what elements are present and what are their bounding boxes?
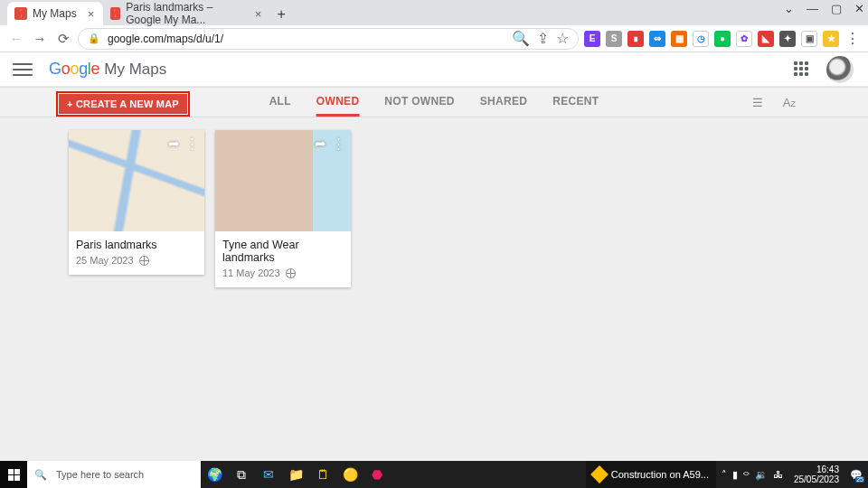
- filter-not-owned[interactable]: NOT OWNED: [384, 88, 454, 117]
- extensions-row: E S ∎ ⇔ ▦ ◷ ● ✿ ◣ ✦ ▣ ★ ⋮: [584, 30, 861, 47]
- taskbar-search[interactable]: 🔍 Type here to search: [27, 461, 201, 488]
- sticky-notes-icon[interactable]: 🗒: [309, 461, 336, 488]
- tab-title: Paris landmarks – Google My Ma...: [126, 1, 243, 26]
- clock-date: 25/05/2023: [794, 474, 839, 484]
- close-tab-icon[interactable]: ×: [82, 7, 95, 21]
- taskview-icon[interactable]: ⧉: [228, 461, 255, 488]
- news-widget-icon[interactable]: 🌍: [201, 461, 228, 488]
- extension-icon[interactable]: ★: [823, 31, 839, 47]
- browser-toolbar: ← → ⟳ 🔒 google.com/maps/d/u/1/ 🔍 ⇪ ☆ E S…: [0, 25, 868, 52]
- app-header: Google My Maps: [0, 52, 868, 87]
- battery-icon[interactable]: ▮: [732, 469, 738, 481]
- traffic-toast[interactable]: Construction on A59...: [586, 461, 716, 488]
- create-new-map-button[interactable]: + CREATE A NEW MAP: [59, 94, 187, 114]
- back-button[interactable]: ←: [7, 30, 25, 48]
- more-icon[interactable]: ⋮: [185, 136, 199, 152]
- google-logo: Google: [49, 60, 99, 79]
- forward-button[interactable]: →: [31, 30, 49, 48]
- system-tray: Construction on A59... ˄ ▮ ⌔ 🔉 🖧 16:43 2…: [586, 461, 868, 488]
- map-title: Paris landmarks: [76, 239, 197, 251]
- window-titlebar: 📍 My Maps × 📍 Paris landmarks – Google M…: [0, 0, 868, 25]
- more-icon[interactable]: ⋮: [332, 136, 345, 152]
- public-icon: [139, 256, 149, 266]
- taskbar-clock[interactable]: 16:43 25/05/2023: [788, 465, 844, 484]
- tab-title: My Maps: [33, 7, 77, 20]
- windows-taskbar: 🔍 Type here to search 🌍 ⧉ ✉ 📁 🗒 🟡 ⬣ Cons…: [0, 461, 868, 488]
- map-date: 25 May 2023: [76, 255, 134, 266]
- menu-button[interactable]: [13, 60, 33, 80]
- reload-button[interactable]: ⟳: [54, 30, 72, 48]
- filter-tabs: ALL OWNED NOT OWNED SHARED RECENT: [269, 88, 599, 117]
- share-icon[interactable]: ⇪: [537, 30, 549, 47]
- map-card[interactable]: ➦ ⋮ Paris landmarks 25 May 2023: [69, 130, 204, 275]
- chevron-down-icon[interactable]: ⌄: [784, 2, 794, 15]
- notification-badge: 25: [855, 476, 864, 483]
- wifi-icon[interactable]: ⌔: [743, 469, 750, 480]
- map-date: 11 May 2023: [222, 267, 280, 278]
- new-tab-button[interactable]: +: [270, 4, 292, 25]
- public-icon: [286, 268, 296, 278]
- search-icon: 🔍: [34, 469, 47, 481]
- sidepanel-icon[interactable]: ▣: [801, 31, 817, 47]
- network-icon[interactable]: 🖧: [773, 469, 783, 480]
- mymaps-favicon: 📍: [110, 7, 120, 20]
- filter-recent[interactable]: RECENT: [552, 88, 599, 117]
- app-icon[interactable]: ⬣: [363, 461, 391, 488]
- extension-icon[interactable]: ◷: [693, 31, 709, 47]
- toast-text: Construction on A59...: [611, 469, 709, 480]
- search-placeholder: Type here to search: [56, 469, 144, 480]
- browser-tab-active[interactable]: 📍 My Maps ×: [7, 2, 103, 25]
- bookmark-icon[interactable]: ☆: [556, 30, 569, 47]
- close-tab-icon[interactable]: ×: [250, 7, 262, 21]
- app-title: My Maps: [104, 61, 166, 79]
- map-card[interactable]: ➦ ⋮ Tyne and Wear landmarks 11 May 2023: [215, 130, 351, 287]
- extension-icon[interactable]: ◣: [758, 31, 774, 47]
- map-thumbnail: ➦ ⋮: [215, 130, 351, 231]
- clock-time: 16:43: [794, 465, 839, 474]
- url-text: google.com/maps/d/u/1/: [108, 33, 505, 45]
- explorer-icon[interactable]: 📁: [282, 461, 309, 488]
- filter-shared[interactable]: SHARED: [480, 88, 527, 117]
- lock-icon: 🔒: [88, 33, 100, 44]
- extension-icon[interactable]: ⇔: [649, 31, 665, 47]
- share-icon[interactable]: ➦: [315, 136, 326, 152]
- search-icon[interactable]: 🔍: [512, 30, 530, 47]
- action-center-icon[interactable]: 💬25: [850, 469, 863, 481]
- filter-all[interactable]: ALL: [269, 88, 291, 117]
- chrome-menu-icon[interactable]: ⋮: [844, 30, 861, 47]
- share-icon[interactable]: ➦: [168, 136, 180, 152]
- list-view-icon[interactable]: ☰: [752, 96, 763, 109]
- mymaps-favicon: 📍: [14, 7, 27, 20]
- extension-icon[interactable]: E: [584, 31, 600, 47]
- extension-icon[interactable]: ▦: [671, 31, 687, 47]
- window-controls: ⌄ — ▢ ✕: [784, 2, 864, 15]
- chrome-icon[interactable]: 🟡: [336, 461, 363, 488]
- map-title: Tyne and Wear landmarks: [222, 239, 344, 264]
- extension-icon[interactable]: ✿: [736, 31, 752, 47]
- address-bar[interactable]: 🔒 google.com/maps/d/u/1/ 🔍 ⇪ ☆: [78, 28, 579, 50]
- extension-icon[interactable]: ●: [714, 31, 731, 47]
- maps-grid: ➦ ⋮ Paris landmarks 25 May 2023 ➦ ⋮ Tyne…: [0, 117, 868, 461]
- filter-toolbar: + CREATE A NEW MAP ALL OWNED NOT OWNED S…: [0, 87, 868, 117]
- volume-icon[interactable]: 🔉: [755, 469, 768, 481]
- account-avatar[interactable]: [826, 56, 854, 83]
- map-thumbnail: ➦ ⋮: [69, 130, 204, 231]
- view-controls: ☰ AZ: [752, 96, 796, 109]
- tab-strip: 📍 My Maps × 📍 Paris landmarks – Google M…: [0, 0, 292, 25]
- create-button-highlight: + CREATE A NEW MAP: [56, 91, 190, 117]
- taskbar-apps: 🌍 ⧉ ✉ 📁 🗒 🟡 ⬣: [201, 461, 391, 488]
- start-button[interactable]: [0, 461, 27, 488]
- extension-icon[interactable]: S: [606, 31, 622, 47]
- tray-overflow-icon[interactable]: ˄: [722, 469, 727, 481]
- extensions-puzzle-icon[interactable]: ✦: [779, 31, 796, 47]
- extension-icon[interactable]: ∎: [627, 31, 644, 47]
- warning-icon: [590, 465, 609, 483]
- minimize-icon[interactable]: —: [807, 2, 818, 15]
- browser-tab[interactable]: 📍 Paris landmarks – Google My Ma... ×: [103, 2, 270, 25]
- sort-az-icon[interactable]: AZ: [783, 96, 796, 109]
- filter-owned[interactable]: OWNED: [316, 88, 360, 117]
- mail-app-icon[interactable]: ✉: [255, 461, 282, 488]
- google-apps-button[interactable]: [794, 61, 810, 78]
- maximize-icon[interactable]: ▢: [831, 2, 842, 15]
- close-window-icon[interactable]: ✕: [854, 2, 864, 15]
